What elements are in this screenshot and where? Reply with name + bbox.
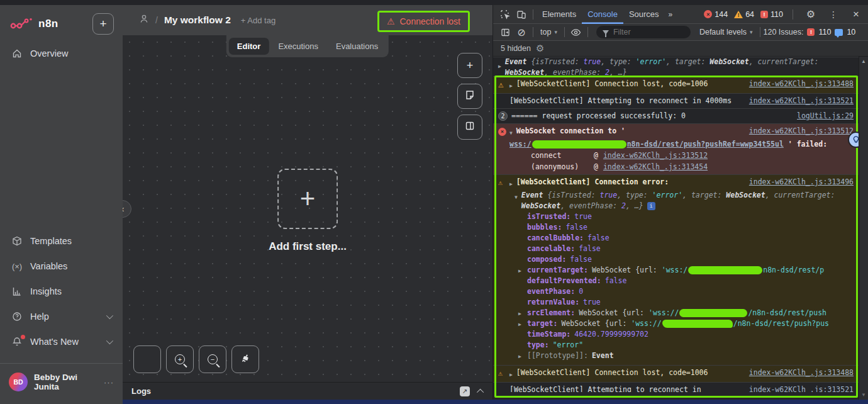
source-link[interactable]: logUtil.js:29 xyxy=(797,111,854,120)
console-filter[interactable] xyxy=(596,26,691,38)
add-first-step[interactable]: + Add first step... xyxy=(269,169,347,253)
console-row-reconnect-clipped[interactable]: [WebSocketClient] Attempting to reconnec… xyxy=(493,382,859,392)
source-link[interactable]: index-w62KClh_.js:313488 xyxy=(749,368,854,377)
sidebar-item-overview[interactable]: Overview xyxy=(0,41,123,66)
add-step-box[interactable]: + xyxy=(277,169,338,229)
console-row-warning-connection-error[interactable]: ⚠ ▶ [WebSocketClient] Connection error: … xyxy=(493,174,859,365)
caret-right-icon[interactable]: ▶ xyxy=(518,351,521,362)
kebab-menu-icon[interactable]: ⋮ xyxy=(825,8,842,21)
warning-count-badge[interactable]: 64 xyxy=(734,10,754,19)
eye-icon[interactable] xyxy=(568,25,584,39)
log-text: ====== request processed successfully: 0 xyxy=(511,111,791,121)
inspect-element-icon[interactable] xyxy=(497,8,513,21)
canvas-node-buttons: + xyxy=(457,53,482,140)
scroll-up-icon[interactable]: ▲ xyxy=(861,59,866,64)
log-levels-select[interactable]: Default levels ▾ xyxy=(696,28,757,36)
console-row-warning-connection-lost-2[interactable]: ⚠ ▶ [WebSocketClient] Connection lost, c… xyxy=(493,365,859,382)
tab-editor[interactable]: Editor xyxy=(229,38,269,55)
variables-icon: (×) xyxy=(11,262,23,271)
workflow-canvas[interactable]: Editor Executions Evaluations ‹ + Add fi… xyxy=(123,35,492,382)
source-link[interactable]: index-w62KClh_.js:313521 xyxy=(749,96,854,105)
error-count-badge[interactable]: × 144 xyxy=(704,10,728,19)
source-link[interactable]: index-w62KClh_.js:313521 xyxy=(749,385,854,392)
close-devtools-icon[interactable]: × xyxy=(848,8,864,21)
scroll-down-icon[interactable]: ▼ xyxy=(861,392,866,398)
console-log[interactable]: ▶ Event {isTrusted: true, type: 'error',… xyxy=(493,57,859,400)
sidebar-item-templates[interactable]: Templates xyxy=(0,228,123,254)
caret-right-icon[interactable]: ▶ xyxy=(509,177,516,189)
console-scrollbar[interactable]: ▲ ▼ xyxy=(859,57,868,400)
websocket-url-link[interactable]: n8n-dsd/rest/push?pushRef=wwp34t55ul xyxy=(627,140,784,149)
settings-gear-icon[interactable]: ⚙ xyxy=(803,8,819,21)
log-text: [WebSocketClient] Attempting to reconnec… xyxy=(509,384,743,392)
toggle-panel-button[interactable] xyxy=(457,115,482,140)
connection-status-badge: Connection lost xyxy=(399,16,460,26)
hidden-count-label[interactable]: 5 hidden xyxy=(501,44,531,53)
zoom-in-button[interactable]: + xyxy=(166,345,194,373)
open-logs-popout-button[interactable]: ↗ xyxy=(460,386,470,396)
sidebar-item-whats-new[interactable]: What's New xyxy=(0,329,123,354)
caret-down-icon[interactable]: ▼ xyxy=(509,126,516,138)
home-icon xyxy=(11,48,23,59)
caret-right-icon[interactable]: ▶ xyxy=(518,319,521,330)
caret-right-icon[interactable]: ▶ xyxy=(509,368,516,380)
sidebar-item-label: What's New xyxy=(30,337,79,347)
source-link[interactable]: index-w62KClh_.js:313454 xyxy=(603,161,708,172)
sidebar-item-help[interactable]: Help xyxy=(0,304,123,329)
source-link[interactable]: index-w62KClh_.js:313488 xyxy=(749,79,854,88)
source-link[interactable]: index-w62KClh_.js:313496 xyxy=(749,177,854,186)
tab-evaluations[interactable]: Evaluations xyxy=(328,38,386,55)
console-row-request-processed[interactable]: 2 ====== request processed successfully:… xyxy=(493,108,859,123)
error-icon: × xyxy=(498,128,506,136)
warning-triangle-icon: ⚠ xyxy=(498,79,509,90)
warning-triangle-icon: ⚠ xyxy=(498,368,509,379)
console-row-reconnect[interactable]: [WebSocketClient] Attempting to reconnec… xyxy=(493,93,859,108)
issues-summary[interactable]: 120 Issues: ! 110 10 xyxy=(764,28,856,36)
zoom-to-fit-button[interactable] xyxy=(133,345,161,373)
issues-count-badge[interactable]: ! 110 xyxy=(760,10,783,19)
devtools-tab-console[interactable]: Console xyxy=(582,5,623,24)
logs-label: Logs xyxy=(131,386,151,396)
workflow-title[interactable]: My workflow 2 xyxy=(164,14,231,26)
console-row-warning-connection-lost[interactable]: ⚠ ▶ [WebSocketClient] Connection lost, c… xyxy=(493,76,859,93)
zoom-out-button[interactable]: − xyxy=(199,345,226,373)
more-tabs-icon[interactable]: » xyxy=(665,10,677,19)
zoom-out-icon: − xyxy=(208,354,218,364)
caret-down-icon[interactable]: ▼ xyxy=(515,190,521,203)
caret-right-icon[interactable]: ▶ xyxy=(518,266,521,276)
clear-console-icon[interactable]: ⊘ xyxy=(513,25,530,39)
add-node-button[interactable]: + xyxy=(457,53,482,78)
settings-gear-icon[interactable]: ⚙ xyxy=(536,43,544,54)
source-link[interactable]: index-w62KClh_.js:313512 xyxy=(749,126,854,135)
user-options-icon[interactable]: ··· xyxy=(104,378,114,387)
log-text: ' failed: xyxy=(788,140,827,149)
tidy-up-button[interactable] xyxy=(231,345,259,373)
add-sticky-note-button[interactable] xyxy=(457,84,482,109)
console-sidebar-toggle-icon[interactable] xyxy=(497,25,513,39)
execution-context-select[interactable]: top ▾ xyxy=(537,28,561,36)
sidebar-item-insights[interactable]: Insights xyxy=(0,279,123,304)
source-link[interactable]: index-w62KClh_.js:313512 xyxy=(603,150,708,161)
log-text: [WebSocketClient] Connection lost, code=… xyxy=(516,368,743,378)
chevron-up-icon[interactable] xyxy=(477,388,484,395)
device-toolbar-icon[interactable] xyxy=(513,8,530,21)
add-tag-button[interactable]: + Add tag xyxy=(241,16,275,25)
devtools-tab-elements[interactable]: Elements xyxy=(537,5,582,24)
caret-right-icon[interactable]: ▶ xyxy=(518,308,521,319)
user-menu[interactable]: BD Bebby Dwi Junita ··· xyxy=(0,363,123,404)
new-workflow-button[interactable]: + xyxy=(92,13,114,35)
templates-icon xyxy=(11,236,23,246)
devtools-tab-sources[interactable]: Sources xyxy=(623,5,665,24)
sidebar-item-label: Templates xyxy=(30,236,72,246)
tab-executions[interactable]: Executions xyxy=(270,38,326,55)
console-row-event-preview-clipped[interactable]: ▶ Event {isTrusted: true, type: 'error',… xyxy=(493,57,859,76)
filter-input[interactable] xyxy=(613,28,684,36)
websocket-url-link[interactable]: wss:/ xyxy=(509,140,531,149)
sidebar-item-variables[interactable]: (×) Variables xyxy=(0,254,123,279)
insights-icon xyxy=(11,286,23,296)
logs-panel-bar[interactable]: Logs ↗ xyxy=(123,382,492,400)
info-icon[interactable]: i xyxy=(647,202,655,210)
caret-right-icon[interactable]: ▶ xyxy=(509,79,516,91)
console-row-websocket-error[interactable]: × ▼ WebSocket connection to ' index-w62K… xyxy=(493,123,859,174)
caret-right-icon[interactable]: ▶ xyxy=(498,59,505,72)
